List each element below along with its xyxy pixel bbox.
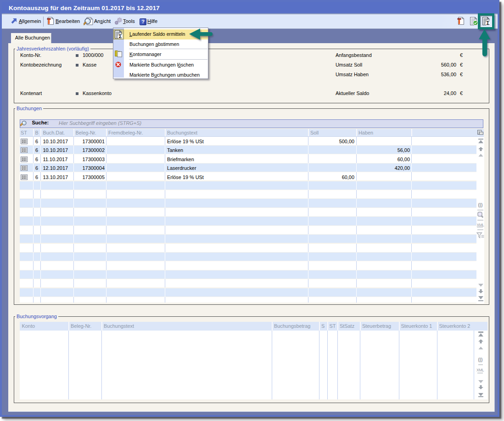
svg-text:Σ: Σ: [119, 34, 122, 39]
